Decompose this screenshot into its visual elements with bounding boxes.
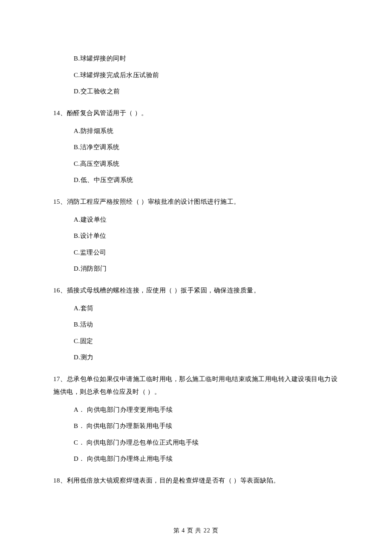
question-15-option-b: B.设计单位 [74,231,339,241]
question-17-option-b: B． 向供电部门办理新装用电手续 [74,421,339,431]
question-16-option-b: B.活动 [74,320,339,330]
question-15-option-a: A.建设单位 [74,215,339,225]
question-16-option-d: D.测力 [74,353,339,362]
question-15-stem: 15、消防工程应严格按照经（ ）审核批准的设计图纸进行施工。 [53,195,339,208]
question-14-option-d: D.低、中压空调系统 [74,175,339,185]
question-14-option-b: B.洁净空调系统 [74,142,339,152]
pre-option-b: B.球罐焊接的同时 [74,54,339,64]
question-18-stem: 18、利用低倍放大镜观察焊缝表面，目的是检查焊缝是否有（ ）等表面缺陷。 [53,474,339,487]
page-footer: 第 4 页 共 22 页 [0,527,392,535]
pre-option-c: C.球罐焊接完成后水压试验前 [74,70,339,80]
question-15-option-d: D.消防部门 [74,264,339,274]
question-17-option-d: D． 向供电部门办理终止用电手续 [74,454,339,464]
question-15-option-c: C.监理公司 [74,248,339,257]
question-17-stem: 17、总承包单位如果仅申请施工临时用电，那么施工临时用电结束或施工用电转入建设项… [53,373,339,398]
question-14-option-a: A.防排烟系统 [74,126,339,136]
question-17-option-a: A． 向供电部门办理变更用电手续 [74,405,339,415]
pre-option-d: D.交工验收之前 [74,87,339,96]
question-14-stem: 14、酚醛复合风管适用于（ ）。 [53,107,339,119]
question-16-stem: 16、插接式母线槽的螺栓连接，应使用（ ）扳手紧固，确保连接质量。 [53,284,339,297]
question-17-option-c: C． 向供电部门办理总包单位正式用电手续 [74,438,339,448]
question-16-option-a: A.套筒 [74,304,339,313]
page-content: B.球罐焊接的同时 C.球罐焊接完成后水压试验前 D.交工验收之前 14、酚醛复… [0,0,392,487]
question-14-option-c: C.高压空调系统 [74,159,339,169]
question-16-option-c: C.固定 [74,336,339,346]
